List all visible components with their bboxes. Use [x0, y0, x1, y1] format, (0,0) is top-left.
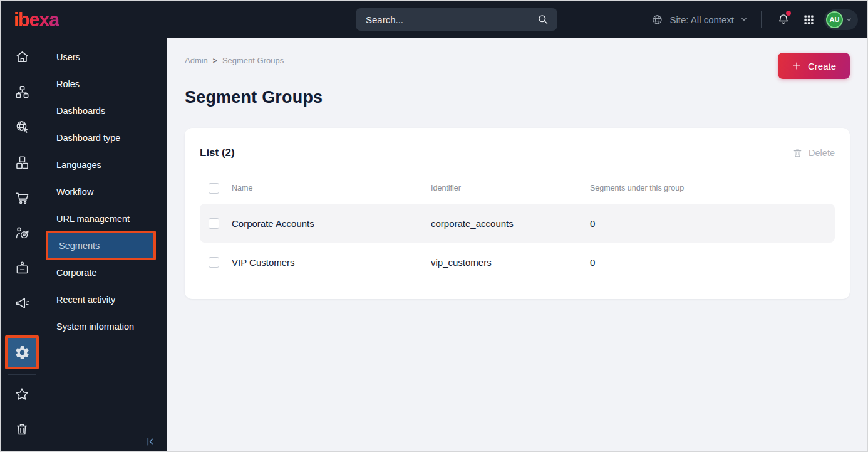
cell-segments-count: 0 [590, 218, 835, 229]
site-context-label: Site: All context [669, 14, 734, 25]
product-catalog-icon[interactable] [8, 149, 36, 177]
chevron-down-icon [740, 15, 748, 24]
settings-gear-icon[interactable] [5, 335, 39, 369]
corporate-badge-icon[interactable] [8, 254, 36, 282]
create-button-label: Create [808, 61, 836, 71]
segment-groups-list-card: List (2) Delete Name Identifier Segments… [185, 128, 850, 299]
avatar: AU [826, 11, 843, 28]
globe-icon [651, 13, 664, 26]
rail-divider [8, 374, 36, 375]
topbar-right-cluster: Site: All context AU [651, 1, 858, 38]
menu-item-dashboards[interactable]: Dashboards [43, 97, 167, 124]
select-all-checkbox[interactable] [209, 183, 219, 194]
table-row: Corporate Accounts corporate_accounts 0 [200, 204, 835, 243]
menu-item-corporate[interactable]: Corporate [43, 259, 167, 286]
segment-group-link[interactable]: Corporate Accounts [232, 218, 314, 229]
menu-item-workflow[interactable]: Workflow [43, 178, 167, 205]
search-icon[interactable] [536, 13, 550, 26]
menu-item-system-information[interactable]: System information [43, 313, 167, 340]
app-window: ibexa Site: All context [0, 0, 868, 452]
chevron-down-icon [845, 16, 853, 24]
content-tree-icon[interactable] [8, 78, 36, 106]
apps-grid-icon[interactable] [799, 10, 818, 29]
breadcrumb-admin[interactable]: Admin [185, 56, 208, 65]
delete-button[interactable]: Delete [792, 148, 835, 159]
ibexa-logo[interactable]: ibexa [14, 10, 59, 29]
column-header-segments: Segments under this group [590, 184, 835, 192]
list-count-title: List (2) [200, 147, 235, 159]
commerce-cart-icon[interactable] [8, 184, 36, 212]
row-checkbox[interactable] [209, 257, 219, 268]
segment-group-link[interactable]: VIP Customers [232, 257, 295, 268]
sidebar-collapse-icon[interactable] [144, 436, 156, 448]
notification-dot [786, 11, 791, 16]
search-input[interactable] [366, 14, 536, 25]
admin-menu: Users Roles Dashboards Dashboard type La… [43, 38, 167, 451]
icon-sidebar [1, 38, 43, 451]
global-search[interactable] [356, 8, 557, 31]
delete-button-label: Delete [809, 148, 835, 158]
bookmarks-star-icon[interactable] [8, 381, 36, 409]
menu-item-roles[interactable]: Roles [43, 70, 167, 97]
site-icon[interactable] [8, 113, 36, 141]
table-header-row: Name Identifier Segments under this grou… [200, 172, 835, 204]
menu-item-dashboard-type[interactable]: Dashboard type [43, 124, 167, 151]
row-checkbox[interactable] [209, 218, 219, 229]
cell-segments-count: 0 [590, 257, 835, 268]
user-menu[interactable]: AU [824, 9, 858, 30]
trash-icon [792, 148, 803, 159]
menu-item-url-management[interactable]: URL management [43, 205, 167, 232]
top-bar: ibexa Site: All context [1, 1, 867, 38]
menu-item-users[interactable]: Users [43, 43, 167, 70]
notifications-bell-icon[interactable] [774, 10, 793, 29]
column-header-name: Name [232, 184, 431, 192]
topbar-divider [761, 11, 762, 28]
table-row: VIP Customers vip_customers 0 [200, 243, 835, 281]
plus-icon [792, 61, 802, 71]
cell-identifier: corporate_accounts [431, 218, 590, 229]
home-icon[interactable] [8, 43, 36, 71]
main-content: Admin > Segment Groups Create Segment Gr… [167, 38, 867, 451]
personalization-icon[interactable] [8, 219, 36, 247]
cell-identifier: vip_customers [431, 257, 590, 268]
site-context-selector[interactable]: Site: All context [651, 13, 748, 26]
menu-item-segments[interactable]: Segments [46, 231, 156, 260]
page-title: Segment Groups [185, 88, 850, 107]
menu-item-recent-activity[interactable]: Recent activity [43, 286, 167, 313]
breadcrumb-current: Segment Groups [222, 56, 284, 65]
breadcrumb-separator: > [213, 56, 217, 65]
breadcrumb: Admin > Segment Groups [185, 53, 284, 65]
rail-divider [8, 330, 36, 330]
menu-item-languages[interactable]: Languages [43, 151, 167, 178]
trash-icon[interactable] [8, 416, 36, 444]
campaigns-megaphone-icon[interactable] [8, 289, 36, 317]
create-button[interactable]: Create [778, 53, 850, 79]
column-header-identifier: Identifier [431, 184, 590, 192]
